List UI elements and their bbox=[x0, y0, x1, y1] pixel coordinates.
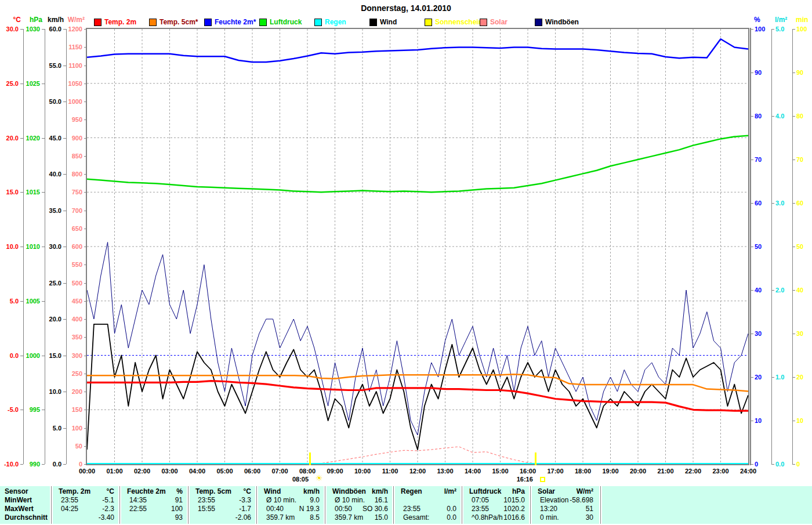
W/m²-tick-label: 800 bbox=[60, 171, 82, 178]
km/h-axis-unit: km/h bbox=[41, 16, 64, 24]
axis-tick bbox=[42, 192, 45, 193]
x-tick-label: 16:00 bbox=[516, 468, 539, 475]
axis-tick bbox=[42, 301, 45, 302]
table-cell-value: -2.06 bbox=[192, 514, 251, 522]
%-tick-label: 10 bbox=[755, 417, 762, 424]
legend-label: Temp. 5cm* bbox=[160, 18, 198, 26]
page-title: Donnerstag, 14.01.2010 bbox=[0, 3, 812, 13]
table-row-label: Durchschnitt bbox=[5, 514, 48, 522]
table-cell-value: -3.3 bbox=[192, 497, 251, 504]
km/h-tick-label: 40.0 bbox=[39, 171, 61, 178]
min-tick-label: 60 bbox=[796, 200, 803, 207]
x-tick-label: 05:00 bbox=[213, 468, 237, 475]
table-col-separator-line bbox=[600, 486, 601, 524]
axis-tick bbox=[42, 410, 45, 410]
table-cell-value: -1.7 bbox=[192, 505, 251, 513]
W/m²-tick-label: 400 bbox=[60, 316, 82, 323]
table-cell-value: 30 bbox=[534, 514, 593, 522]
weather-day-chart-screen: { "title": "Donnerstag, 14.01.2010", "le… bbox=[0, 0, 812, 525]
table-col-unit: °C bbox=[55, 488, 114, 495]
°C-tick-label: 0.0 bbox=[0, 352, 19, 359]
hPa-tick-label: 1020 bbox=[18, 135, 40, 142]
x-tick-label: 04:00 bbox=[186, 468, 209, 475]
hPa-tick-label: 1025 bbox=[18, 80, 40, 87]
sun-icon: ☀ bbox=[316, 475, 323, 481]
x-tick-label: 24:00 bbox=[737, 468, 760, 475]
W/m²-tick-label: 750 bbox=[60, 189, 82, 195]
table-col-separator-line bbox=[119, 486, 120, 524]
table-cell-value: 0.0 bbox=[397, 505, 456, 513]
table-cell-value: 51 bbox=[534, 505, 593, 513]
W/m²-tick-label: 200 bbox=[60, 388, 82, 395]
x-tick-label: 06:00 bbox=[241, 468, 264, 475]
wind-swatch-icon bbox=[369, 19, 377, 26]
table-col-separator-line bbox=[256, 486, 257, 524]
legend-item-7: Solar bbox=[480, 18, 507, 26]
min-tick-label: 70 bbox=[796, 156, 803, 163]
table-cell-value: 93 bbox=[124, 514, 183, 522]
x-tick-label: 01:00 bbox=[103, 468, 126, 475]
W/m²-tick-label: 650 bbox=[60, 225, 82, 232]
table-cell-value: N 19.3 bbox=[260, 505, 320, 513]
table-col-unit: hPa bbox=[466, 488, 525, 495]
legend-label: Windböen bbox=[545, 18, 579, 26]
legend-label: Wind bbox=[380, 18, 397, 26]
°C-tick-label: -5.0 bbox=[0, 406, 19, 413]
hPa-tick-label: 1010 bbox=[18, 243, 40, 250]
x-tick-label: 14:00 bbox=[461, 468, 484, 475]
hPa-tick-label: 1030 bbox=[18, 26, 40, 32]
plot-right-double-border bbox=[750, 28, 751, 465]
km/h-tick-label: 10.0 bbox=[39, 388, 61, 395]
min-tick-label: 30 bbox=[796, 330, 803, 337]
temp-5cm--swatch-icon bbox=[149, 19, 157, 26]
x-tick-label: 00:00 bbox=[75, 468, 99, 475]
min-tick-label: 20 bbox=[796, 374, 803, 381]
x-tick-label: 13:00 bbox=[434, 468, 457, 475]
min-tick-label: 80 bbox=[796, 113, 803, 120]
%-tick-label: 70 bbox=[755, 156, 762, 163]
°C-tick-label: -10.0 bbox=[0, 461, 19, 468]
W/m²-tick-label: 150 bbox=[60, 406, 82, 413]
x-tick-label: 21:00 bbox=[654, 468, 677, 475]
table-col-unit: °C bbox=[192, 488, 251, 495]
table-row-label: Sensor bbox=[5, 488, 28, 495]
x-tick-label: 03:00 bbox=[158, 468, 182, 475]
W/m²-tick-label: 950 bbox=[60, 116, 82, 123]
table-cell-value: 9.0 bbox=[260, 497, 320, 504]
km/h-tick-label: 30.0 bbox=[39, 243, 61, 250]
sunset-marker-line bbox=[535, 452, 536, 465]
%-tick-label: 50 bbox=[755, 243, 762, 250]
%-axis-unit: % bbox=[754, 16, 760, 24]
legend-item-5: Wind bbox=[369, 18, 397, 26]
table-col-separator-line bbox=[51, 486, 52, 524]
table-col-unit: km/h bbox=[329, 488, 388, 495]
W/m²-tick-label: 1050 bbox=[60, 80, 82, 87]
sunrise-time-label: 08:05 bbox=[292, 476, 309, 483]
x-tick-label: 11:00 bbox=[379, 468, 402, 475]
min-tick-label: 90 bbox=[796, 69, 803, 76]
%-tick-label: 90 bbox=[755, 69, 762, 76]
legend-label: Solar bbox=[490, 18, 507, 26]
km/h-tick-label: 25.0 bbox=[39, 280, 61, 287]
x-tick-label: 09:00 bbox=[324, 468, 347, 475]
series-feuchte-2m bbox=[87, 39, 748, 62]
min-tick-label: 100 bbox=[796, 26, 807, 32]
table-col-unit: km/h bbox=[260, 488, 320, 495]
axis-tick bbox=[792, 464, 795, 465]
km/h-tick-label: 20.0 bbox=[39, 316, 61, 323]
sonnenschein-swatch-icon bbox=[425, 19, 432, 26]
legend-item-4: Regen bbox=[314, 18, 346, 26]
l/m²-tick-label: 2.0 bbox=[775, 287, 784, 294]
km/h-tick-label: 60.0 bbox=[39, 26, 61, 32]
legend-item-0: Temp. 2m bbox=[94, 18, 136, 26]
W/m²-tick-label: 850 bbox=[60, 153, 82, 160]
W/m²-tick-label: 1100 bbox=[60, 62, 82, 69]
table-col-unit: % bbox=[124, 488, 183, 495]
table-cell-value: 1015.0 bbox=[466, 497, 525, 504]
l/m²-tick-label: 0.0 bbox=[775, 461, 784, 468]
x-tick-label: 02:00 bbox=[130, 468, 154, 475]
stats-table: SensorMinWertMaxWertDurchschnittTemp. 2m… bbox=[0, 486, 812, 524]
table-col-separator-line bbox=[530, 486, 531, 524]
l/m²-tick-label: 5.0 bbox=[775, 26, 784, 32]
hPa-tick-label: 990 bbox=[18, 461, 40, 468]
